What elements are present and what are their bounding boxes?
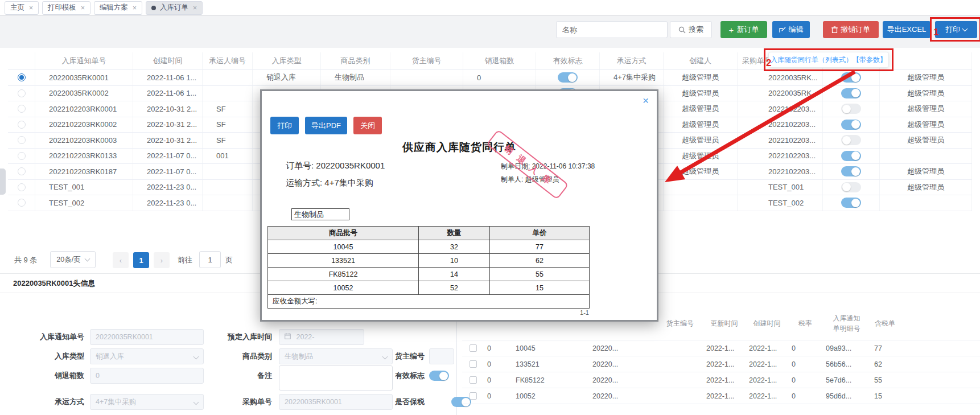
radio-cell [8, 180, 35, 195]
cell-notice: 20220035RK0002 [35, 86, 133, 101]
tab-close-icon[interactable]: × [193, 4, 197, 12]
detail-cell: 10052 [512, 392, 575, 400]
category-select[interactable]: 生物制品 [279, 348, 393, 364]
cell-carry-mode: 4+7集中采购 [600, 70, 664, 85]
flag-toggle[interactable] [841, 120, 861, 130]
detail-table-row[interactable]: 01004520220...2022-1...2022-1...009a93..… [462, 340, 980, 356]
cell-admin: 超级管理员 [880, 70, 972, 85]
flag-toggle[interactable] [841, 72, 861, 83]
row-radio[interactable] [18, 136, 26, 144]
tab-close-icon[interactable]: × [133, 4, 137, 12]
modal-export-pdf-button[interactable]: 导出PDF [305, 117, 347, 134]
search-button[interactable]: 搜索 [670, 21, 712, 38]
cancel-order-label: 撤销订单 [841, 24, 870, 35]
cell-creator [664, 195, 738, 211]
detail-cell: 133521 [512, 360, 575, 368]
modal-close-button[interactable]: 关闭 [353, 117, 382, 134]
next-page-button[interactable]: › [154, 252, 170, 268]
row-radio[interactable] [18, 199, 26, 207]
return-boxes-field[interactable]: 0 [90, 368, 204, 384]
notice-no-field[interactable]: 20220035RK0001 [90, 329, 204, 345]
row-checkbox[interactable] [470, 360, 477, 368]
cancel-order-button[interactable]: 撤销订单 [823, 21, 879, 38]
print-preview-modal: × 打印 导出PDF 关闭 供应商入库随货同行单 订单号: 20220035RK… [260, 89, 658, 322]
flag-toggle[interactable] [841, 88, 861, 98]
row-radio[interactable] [18, 105, 26, 113]
valid-flag-toggle[interactable] [429, 371, 449, 381]
planned-time-field[interactable]: 2022- [279, 329, 364, 345]
row-radio[interactable] [18, 152, 26, 160]
row-radio[interactable] [18, 167, 26, 175]
current-page-button[interactable]: 1 [133, 252, 149, 268]
category-label: 商品类别 [204, 348, 272, 364]
cell-admin: 超级管理员 [880, 180, 972, 195]
po-no-field[interactable]: 20220035RK0001 [279, 394, 393, 410]
tab-label: 打印模板 [48, 3, 76, 13]
radio-cell [8, 117, 35, 133]
row-checkbox[interactable] [470, 376, 477, 384]
toggle-knob [851, 151, 860, 160]
edit-button[interactable]: 编辑 [772, 21, 810, 38]
tab-编辑方案[interactable]: 编辑方案× [94, 1, 142, 15]
tab-打印模板[interactable]: 打印模板× [42, 1, 90, 15]
owner-no-field[interactable] [429, 348, 454, 364]
tab-close-icon[interactable]: × [29, 4, 33, 12]
column-header: 创建时间 [133, 52, 203, 69]
goods-cell: 62 [490, 254, 590, 268]
inbound-type-select[interactable]: 销退入库 [90, 348, 204, 364]
detail-cell: 56b56... [822, 360, 871, 368]
row-checkbox[interactable] [470, 392, 477, 400]
tab-主页[interactable]: 主页× [5, 1, 39, 15]
close-icon[interactable]: × [643, 94, 649, 107]
table-row[interactable]: 20220035RK00012022-11-06 1...销退入库生物制品04+… [8, 70, 972, 86]
order-no-line: 订单号: 20220035RK0001 [286, 161, 385, 171]
column-header [8, 52, 35, 69]
flag-toggle[interactable] [841, 135, 861, 145]
modal-print-button[interactable]: 打印 [270, 117, 299, 134]
remark-textarea[interactable] [279, 365, 393, 391]
cell-created: 2022-11-07 0... [133, 164, 203, 179]
cell-po: 20220035RK... [738, 70, 823, 85]
tab-入库订单[interactable]: 入库订单× [146, 1, 203, 15]
detail-table-row[interactable]: 0FK8512220220...2022-1...2022-1...05e7d6… [462, 372, 980, 388]
detail-cell: 2022-1... [703, 360, 746, 368]
plus-icon: + [729, 26, 734, 34]
row-radio[interactable] [18, 183, 26, 191]
detail-cell: 77 [871, 344, 899, 352]
row-checkbox[interactable] [470, 344, 477, 352]
search-input[interactable] [556, 21, 668, 38]
remark-label: 备注 [204, 368, 272, 384]
sidebar-collapse-handle[interactable] [0, 169, 6, 195]
goto-page-input[interactable] [199, 251, 221, 268]
carry-mode-select[interactable]: 4+7集中采购 [90, 394, 204, 410]
cell-carrier [203, 195, 253, 211]
page-size-select[interactable]: 20条/页 [50, 251, 96, 268]
owner-no-label: 货主编号 [378, 348, 425, 364]
flag-toggle[interactable] [841, 198, 861, 208]
tab-close-icon[interactable]: × [81, 4, 85, 12]
flag-toggle[interactable] [841, 151, 861, 161]
print-button[interactable]: 打印 [935, 21, 977, 38]
print-menu-item-accompanying-list[interactable]: 入库随货同行单（列表式）【带参数】 [768, 52, 889, 68]
flag-toggle[interactable] [841, 182, 861, 192]
toggle-knob [851, 89, 860, 97]
carry-mode-value: 4+7集中采购 [96, 398, 136, 406]
category-value: 生物制品 [285, 352, 313, 360]
cell-created: 2022-11-06 1... [133, 70, 203, 85]
valid-toggle[interactable] [558, 72, 578, 83]
cell-notice: TEST_002 [35, 195, 133, 211]
row-radio[interactable] [18, 121, 26, 129]
prev-page-button[interactable]: ‹ [113, 252, 129, 268]
goods-cell: 77 [490, 240, 590, 254]
row-radio[interactable] [18, 73, 26, 81]
new-order-button[interactable]: + 新订单 [720, 21, 767, 38]
detail-table-row[interactable]: 01005220220...2022-1...2022-1...095d6d..… [462, 388, 980, 404]
flag-toggle[interactable] [841, 104, 861, 114]
flag-toggle[interactable] [841, 166, 861, 176]
column-header: 创建人 [664, 52, 738, 69]
export-excel-button[interactable]: 导出EXCEL [883, 21, 930, 38]
detail-table-row[interactable]: 013352120220...2022-1...2022-1...056b56.… [462, 356, 980, 372]
row-radio[interactable] [18, 89, 26, 97]
detail-cell: 0 [484, 376, 512, 384]
detail-cell: 2022-1... [703, 392, 746, 400]
